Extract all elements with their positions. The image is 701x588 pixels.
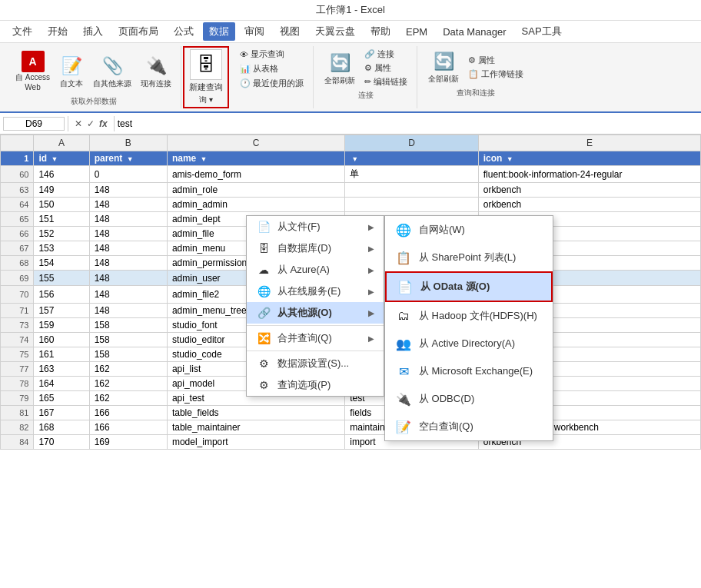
cell-parent[interactable]: 148 <box>89 303 167 317</box>
cell-id[interactable]: 165 <box>34 390 89 405</box>
ribbon-btn-refresh-all2[interactable]: 🔄 全部刷新 <box>425 48 462 86</box>
cell-id[interactable]: 152 <box>34 227 89 241</box>
table-row[interactable]: 82168166table_maintainermaintainericon-p… <box>1 420 701 434</box>
row-number[interactable]: 65 <box>1 212 34 227</box>
confirm-formula-icon[interactable]: ✓ <box>87 118 95 129</box>
cell-parent[interactable]: 0 <box>89 166 167 183</box>
ribbon-btn-workbook-links[interactable]: 📋 工作簿链接 <box>465 68 527 81</box>
row-number[interactable]: 78 <box>1 376 34 390</box>
sub-item-activedir[interactable]: 👥 从 Active Directory(A) <box>385 330 553 357</box>
ribbon-btn-text[interactable]: 📝 自文本 <box>56 52 87 91</box>
cell-id[interactable]: 154 <box>34 256 89 271</box>
row-number[interactable]: 69 <box>1 271 34 286</box>
col-parent-header[interactable]: parent ▼ <box>89 151 167 166</box>
cell-name[interactable]: amis-demo_form <box>167 166 344 183</box>
col-header-b[interactable]: B <box>89 135 167 151</box>
cell-parent[interactable]: 148 <box>89 256 167 271</box>
row-number[interactable]: 70 <box>1 286 34 304</box>
menu-file[interactable]: 文件 <box>6 22 38 41</box>
ribbon-btn-access[interactable]: A 自 Access Web <box>12 48 53 95</box>
ribbon-btn-other-source[interactable]: 📎 自其他来源 <box>90 52 135 91</box>
cell-d[interactable] <box>345 183 479 198</box>
row-number[interactable]: 60 <box>1 166 34 183</box>
col-header-e[interactable]: E <box>478 135 700 151</box>
cell-name[interactable]: admin_admin <box>167 198 344 212</box>
col-icon-header[interactable]: icon ▼ <box>478 151 700 166</box>
sub-item-sharepoint[interactable]: 📋 从 SharePoint 列表(L) <box>385 244 553 271</box>
ribbon-btn-edit-links[interactable]: ✏ 编辑链接 <box>361 75 410 88</box>
menu-tianyiyunpan[interactable]: 天翼云盘 <box>309 22 361 41</box>
ribbon-btn-properties2[interactable]: ⚙ 属性 <box>465 54 527 67</box>
dropdown-item-from-db[interactable]: 🗄 自数据库(D) ▶ <box>247 238 384 259</box>
menu-start[interactable]: 开始 <box>42 22 74 41</box>
cell-id[interactable]: 149 <box>34 183 89 198</box>
row-number[interactable]: 81 <box>1 405 34 420</box>
row-number[interactable]: 66 <box>1 227 34 241</box>
dropdown-item-query-options[interactable]: ⚙ 查询选项(P) <box>247 374 384 396</box>
menu-view[interactable]: 视图 <box>274 22 306 41</box>
cell-id[interactable]: 146 <box>34 166 89 183</box>
cell-id[interactable]: 164 <box>34 376 89 390</box>
insert-function-icon[interactable]: fx <box>99 118 108 129</box>
cell-parent[interactable]: 148 <box>89 286 167 304</box>
sub-item-web[interactable]: 🌐 自网站(W) <box>385 216 553 244</box>
menu-review[interactable]: 审阅 <box>238 22 271 41</box>
cell-name[interactable]: model_import <box>167 434 344 449</box>
cell-parent[interactable]: 166 <box>89 420 167 434</box>
cell-parent[interactable]: 148 <box>89 183 167 198</box>
cell-parent[interactable]: 158 <box>89 347 167 361</box>
new-query-arrow[interactable]: 询 ▾ <box>199 95 213 105</box>
dropdown-item-from-azure[interactable]: ☁ 从 Azure(A) ▶ <box>247 259 384 281</box>
row-number[interactable]: 82 <box>1 420 34 434</box>
cell-parent[interactable]: 148 <box>89 271 167 286</box>
cell-parent[interactable]: 162 <box>89 390 167 405</box>
menu-saptool[interactable]: SAP工具 <box>516 22 568 41</box>
cell-id[interactable]: 150 <box>34 198 89 212</box>
sub-item-hadoop[interactable]: 🗂 从 Hadoop 文件(HDFS)(H) <box>385 302 553 330</box>
menu-formula[interactable]: 公式 <box>168 22 200 41</box>
cell-id[interactable]: 155 <box>34 271 89 286</box>
table-row[interactable]: 63149148admin_roleorkbench <box>1 183 701 198</box>
cell-icon[interactable]: fluent:book-information-24-regular <box>478 166 700 183</box>
row-number[interactable]: 79 <box>1 390 34 405</box>
table-row[interactable]: 84170169model_importimportorkbench <box>1 434 701 449</box>
cell-id[interactable]: 170 <box>34 434 89 449</box>
cell-id[interactable]: 156 <box>34 286 89 304</box>
row-number[interactable]: 67 <box>1 241 34 256</box>
row-number[interactable]: 64 <box>1 198 34 212</box>
new-query-icon-btn[interactable]: 🗄 <box>190 49 222 80</box>
cell-id[interactable]: 151 <box>34 212 89 227</box>
table-row[interactable]: 601460amis-demo_form单fluent:book-informa… <box>1 166 701 183</box>
cell-id[interactable]: 159 <box>34 317 89 332</box>
cancel-formula-icon[interactable]: ✕ <box>75 118 82 129</box>
col-name-header[interactable]: name ▼ <box>167 151 344 166</box>
ribbon-btn-connection[interactable]: 🔗 连接 <box>361 48 410 61</box>
sub-item-exchange[interactable]: ✉ 从 Microsoft Exchange(E) <box>385 357 553 385</box>
cell-name[interactable]: table_maintainer <box>167 420 344 434</box>
dropdown-item-datasource-settings[interactable]: ⚙ 数据源设置(S)... <box>247 353 384 374</box>
table-row[interactable]: 81167166table_fieldsfieldsorkbench <box>1 405 701 420</box>
ribbon-btn-show-query[interactable]: 👁 显示查询 <box>237 48 307 61</box>
row-number[interactable]: 68 <box>1 256 34 271</box>
row-number[interactable]: 71 <box>1 303 34 317</box>
cell-parent[interactable]: 148 <box>89 212 167 227</box>
cell-parent[interactable]: 169 <box>89 434 167 449</box>
cell-id[interactable]: 168 <box>34 420 89 434</box>
cell-parent[interactable]: 158 <box>89 317 167 332</box>
cell-id[interactable]: 160 <box>34 332 89 347</box>
cell-d[interactable] <box>345 198 479 212</box>
dropdown-item-merge-query[interactable]: 🔀 合并查询(Q) ▶ <box>247 327 384 349</box>
col-d-header[interactable]: ▼ <box>345 151 479 166</box>
sub-item-odata[interactable]: 📄 从 OData 源(O) <box>385 271 553 302</box>
cell-icon[interactable]: orkbench <box>478 183 700 198</box>
dropdown-item-from-file[interactable]: 📄 从文件(F) ▶ <box>247 216 384 238</box>
cell-id[interactable]: 153 <box>34 241 89 256</box>
row-number[interactable]: 73 <box>1 317 34 332</box>
menu-datamanager[interactable]: Data Manager <box>437 24 512 40</box>
menu-data[interactable]: 数据 <box>203 22 235 41</box>
formula-input[interactable] <box>118 118 698 129</box>
row-number[interactable]: 63 <box>1 183 34 198</box>
ribbon-btn-refresh-all[interactable]: 🔄 全部刷新 <box>321 49 358 88</box>
row-number[interactable]: 74 <box>1 332 34 347</box>
dropdown-item-other-source[interactable]: 🔗 从其他源(O) ▶ <box>247 302 384 324</box>
